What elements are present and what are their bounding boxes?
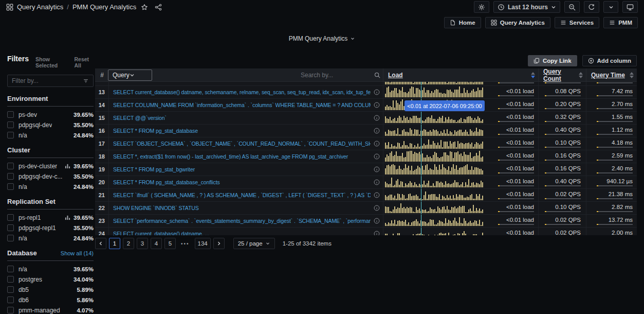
sparkline-bar <box>394 146 395 149</box>
filter-checkbox[interactable] <box>7 183 14 190</box>
column-header-query-time[interactable]: Query Time <box>586 68 637 81</box>
load-sparkline[interactable] <box>385 202 488 213</box>
filter-checkbox[interactable] <box>7 307 14 313</box>
query-link[interactable]: SELECT current_database() datname, schem… <box>113 89 371 95</box>
filter-checkbox[interactable] <box>7 286 14 293</box>
bar-chart-icon[interactable] <box>65 163 70 169</box>
sparkline-bar <box>411 183 412 188</box>
show-selected-button[interactable]: Show Selected <box>35 56 67 68</box>
filter-checkbox[interactable] <box>7 173 14 180</box>
breadcrumb-section[interactable]: Query Analytics <box>17 3 63 11</box>
filter-checkbox[interactable] <box>7 224 14 231</box>
query-link[interactable]: SELECT @@`version` <box>113 115 371 121</box>
info-icon[interactable] <box>374 179 380 185</box>
filter-checkbox[interactable] <box>7 276 14 283</box>
info-icon[interactable] <box>374 128 380 134</box>
time-range-picker[interactable]: Last 12 hours <box>493 1 560 13</box>
panel-title[interactable]: PMM Query Analytics <box>289 35 356 42</box>
query-analytics-button[interactable]: Query Analytics <box>485 17 550 28</box>
dashboard-settings-button[interactable] <box>474 1 489 13</box>
column-header-load[interactable]: Load <box>383 68 538 81</box>
load-sparkline[interactable] <box>385 215 488 226</box>
copy-link-button[interactable]: Copy Link <box>528 55 577 66</box>
load-sparkline[interactable] <box>385 164 488 175</box>
star-icon[interactable] <box>141 4 148 11</box>
sparkline-bar <box>419 134 420 136</box>
query-link[interactable]: SELECT * FROM pg_stat_bgwriter <box>113 166 371 172</box>
query-link[interactable]: SELECT COLUMN_NAME FROM `information_sch… <box>113 102 371 108</box>
show-all-link[interactable]: Show all (14) <box>61 250 94 256</box>
info-icon[interactable] <box>374 192 380 198</box>
filter-checkbox[interactable] <box>7 266 14 272</box>
page-size-select[interactable]: 25 / page <box>233 238 275 249</box>
info-icon[interactable] <box>374 231 380 235</box>
last-page-button[interactable]: 134 <box>195 238 211 249</box>
query-link[interactable]: SELECT * FROM pg_stat_database_conflicts <box>113 179 371 185</box>
load-sparkline[interactable] <box>385 125 488 136</box>
filter-checkbox[interactable] <box>7 235 14 241</box>
query-link[interactable]: SELECT current_database() datname, ... <box>113 231 371 235</box>
prev-page-button[interactable] <box>95 238 106 249</box>
query-link[interactable]: SHOW ENGINE `INNODB` STATUS <box>113 205 371 211</box>
page-button[interactable]: 4 <box>151 238 162 249</box>
info-icon[interactable] <box>374 166 380 172</box>
table-header: # Query Load Query Count Q <box>95 68 637 82</box>
sparkline-bar <box>424 170 425 175</box>
bar-chart-icon[interactable] <box>65 215 70 220</box>
info-icon[interactable] <box>374 205 380 211</box>
search-input[interactable] <box>301 72 373 79</box>
sparkline-bar <box>399 194 400 200</box>
kiosk-mode-button[interactable] <box>622 1 638 13</box>
services-button[interactable]: Services <box>555 17 599 28</box>
info-icon[interactable] <box>374 218 380 224</box>
apps-grid-icon[interactable] <box>6 4 13 11</box>
filter-checkbox[interactable] <box>7 163 14 169</box>
refresh-interval-dropdown[interactable] <box>603 1 618 13</box>
load-sparkline[interactable] <box>385 138 488 149</box>
sparkline-bar <box>464 231 465 235</box>
sparkline-bar <box>471 166 472 175</box>
query-link[interactable]: SELECT `ifnull` ( SCHEMA_NAME , ? ) AS S… <box>113 192 371 198</box>
info-icon[interactable] <box>374 141 380 147</box>
refresh-button[interactable] <box>584 1 599 13</box>
sparkline-bar <box>394 155 395 162</box>
load-sparkline[interactable] <box>385 82 488 84</box>
info-icon[interactable] <box>374 102 380 108</box>
add-column-button[interactable]: Add column <box>582 55 637 66</box>
sparkline-bar <box>413 171 414 175</box>
info-icon[interactable] <box>374 89 380 95</box>
filter-checkbox[interactable] <box>7 111 14 118</box>
home-button[interactable]: Home <box>444 17 481 28</box>
filter-checkbox[interactable] <box>7 214 14 221</box>
sparkline-bar <box>444 152 445 162</box>
load-sparkline[interactable] <box>385 177 488 187</box>
page-button[interactable]: 3 <box>137 238 148 249</box>
next-page-button[interactable] <box>213 238 225 249</box>
load-sparkline[interactable] <box>385 189 488 200</box>
page-button[interactable]: 5 <box>164 238 176 249</box>
page-button[interactable]: 1 <box>109 238 120 249</box>
filter-checkbox[interactable] <box>7 121 14 128</box>
load-sparkline[interactable] <box>385 86 488 97</box>
share-icon[interactable] <box>155 4 162 11</box>
search-icon[interactable] <box>374 72 380 78</box>
query-column-dropdown[interactable]: Query <box>108 69 152 81</box>
page-button[interactable]: 2 <box>123 238 134 249</box>
query-link[interactable]: SELECT * FROM pg_stat_database <box>113 128 371 134</box>
query-time-value: 2.40 ms <box>612 165 633 171</box>
load-sparkline[interactable] <box>385 112 488 123</box>
filter-checkbox[interactable] <box>7 132 14 138</box>
load-sparkline[interactable] <box>385 151 488 162</box>
info-icon[interactable] <box>374 153 380 160</box>
filter-checkbox[interactable] <box>7 296 14 303</box>
query-link[interactable]: SELECT *, extract($1 from now() - last_a… <box>113 153 371 160</box>
reset-all-button[interactable]: Reset All <box>74 56 94 68</box>
filter-search-input[interactable] <box>12 77 83 84</box>
load-sparkline[interactable] <box>385 228 488 235</box>
column-header-query-count[interactable]: Query Count <box>538 68 586 81</box>
pmm-button[interactable]: PMM <box>603 17 638 28</box>
info-icon[interactable] <box>374 115 380 121</box>
zoom-out-button[interactable] <box>564 1 580 13</box>
query-link[interactable]: SELECT `OBJECT_SCHEMA` , `OBJECT_NAME` ,… <box>113 141 371 147</box>
query-link[interactable]: SELECT `performance_schema` . `events_st… <box>113 218 371 224</box>
